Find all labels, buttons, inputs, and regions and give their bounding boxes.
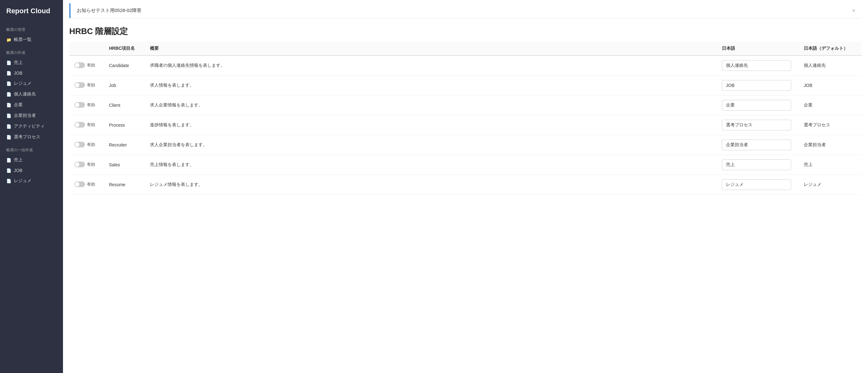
- japanese-default-cell: レジュメ: [799, 175, 862, 195]
- japanese-input[interactable]: [722, 139, 791, 150]
- notification-banner: お知らせテスト用0528-02障害 ×: [69, 3, 862, 18]
- japanese-input-cell: [717, 115, 799, 135]
- description-cell: 進捗情報を表します。: [145, 115, 717, 135]
- sidebar-item-create-sales[interactable]: 📄売上: [0, 57, 63, 68]
- sidebar-item-create-process[interactable]: 📄選考プロセス: [0, 132, 63, 143]
- toggle-track: [74, 82, 85, 88]
- hrbc-name-cell: Candidate: [104, 56, 145, 75]
- toggle-switch[interactable]: 有効: [74, 182, 95, 187]
- japanese-input-cell: [717, 56, 799, 75]
- col-header-ja: 日本語: [717, 42, 799, 56]
- japanese-input-cell: [717, 175, 799, 195]
- toggle-cell: 有効: [69, 56, 104, 75]
- sidebar-item-label: レジュメ: [14, 81, 31, 86]
- toggle-switch[interactable]: 有効: [74, 102, 95, 108]
- japanese-input-cell: [717, 95, 799, 115]
- logo-cloud: Cloud: [29, 7, 50, 15]
- col-header-desc: 概要: [145, 42, 717, 56]
- hrbc-name-cell: Job: [104, 75, 145, 95]
- sidebar-item-label: レジュメ: [14, 178, 31, 184]
- japanese-default-cell: 売上: [799, 155, 862, 175]
- japanese-default-cell: 選考プロセス: [799, 115, 862, 135]
- description-cell: レジュメ情報を表します。: [145, 175, 717, 195]
- toggle-track: [74, 142, 85, 148]
- toggle-thumb: [75, 182, 80, 187]
- sidebar-section-label: 帳票の管理: [0, 22, 63, 34]
- japanese-default-cell: 企業: [799, 95, 862, 115]
- toggle-label: 有効: [87, 62, 95, 68]
- sidebar-item-create-resume[interactable]: 📄レジュメ: [0, 78, 63, 89]
- toggle-switch[interactable]: 有効: [74, 162, 95, 167]
- table-body: 有効Candidate求職者の個人連絡先情報を表します。個人連絡先有効Job求人…: [69, 56, 862, 195]
- sidebar-item-label: 企業: [14, 102, 23, 108]
- main-content: お知らせテスト用0528-02障害 × HRBC 階層設定 HRBC項目名 概要…: [63, 0, 868, 373]
- toggle-track: [74, 102, 85, 108]
- japanese-input-cell: [717, 75, 799, 95]
- description-cell: 求職者の個人連絡先情報を表します。: [145, 56, 717, 75]
- file-icon: 📄: [6, 179, 11, 183]
- table-header: HRBC項目名 概要 日本語 日本語（デフォルト）: [69, 42, 862, 56]
- toggle-switch[interactable]: 有効: [74, 142, 95, 148]
- description-cell: 求人情報を表します。: [145, 75, 717, 95]
- toggle-track: [74, 62, 85, 68]
- file-icon: 📄: [6, 168, 11, 173]
- hrbc-name-cell: Recruiter: [104, 135, 145, 155]
- sidebar-section-label: 帳票の作成: [0, 45, 63, 57]
- hrbc-name-cell: Client: [104, 95, 145, 115]
- sidebar-item-label: 選考プロセス: [14, 134, 40, 140]
- file-icon: 📄: [6, 103, 11, 107]
- japanese-input[interactable]: [722, 159, 791, 170]
- file-icon: 📄: [6, 92, 11, 97]
- hrbc-name-cell: Resume: [104, 175, 145, 195]
- sidebar-item-batch-job[interactable]: 📄JOB: [0, 165, 63, 176]
- japanese-input-cell: [717, 135, 799, 155]
- japanese-default-cell: 企業担当者: [799, 135, 862, 155]
- sidebar-item-reports-list[interactable]: 📁帳票一覧: [0, 34, 63, 45]
- toggle-track: [74, 182, 85, 187]
- japanese-input[interactable]: [722, 80, 791, 91]
- file-icon: 📄: [6, 135, 11, 139]
- sidebar-item-create-company-rep[interactable]: 📄企業担当者: [0, 110, 63, 121]
- sidebar-item-label: JOB: [14, 70, 22, 75]
- japanese-input[interactable]: [722, 60, 791, 71]
- table-row: 有効Resumeレジュメ情報を表します。レジュメ: [69, 175, 862, 195]
- app-logo: Report Cloud: [0, 0, 63, 22]
- toggle-label: 有効: [87, 82, 95, 88]
- sidebar-item-label: 売上: [14, 157, 23, 163]
- sidebar: Report Cloud 帳票の管理📁帳票一覧帳票の作成📄売上📄JOB📄レジュメ…: [0, 0, 63, 373]
- toggle-switch[interactable]: 有効: [74, 82, 95, 88]
- sidebar-item-label: 売上: [14, 60, 23, 65]
- toggle-label: 有効: [87, 122, 95, 128]
- sidebar-item-create-activity[interactable]: 📄アクティビティ: [0, 121, 63, 132]
- sidebar-item-batch-resume[interactable]: 📄レジュメ: [0, 176, 63, 186]
- toggle-switch[interactable]: 有効: [74, 122, 95, 128]
- description-cell: 売上情報を表します。: [145, 155, 717, 175]
- toggle-thumb: [75, 143, 80, 147]
- japanese-input-cell: [717, 155, 799, 175]
- logo-report: Report: [6, 7, 29, 15]
- notification-close-button[interactable]: ×: [852, 8, 856, 13]
- japanese-input[interactable]: [722, 120, 791, 130]
- sidebar-item-create-company[interactable]: 📄企業: [0, 99, 63, 110]
- sidebar-item-batch-sales[interactable]: 📄売上: [0, 155, 63, 165]
- japanese-default-cell: JOB: [799, 75, 862, 95]
- sidebar-item-label: アクティビティ: [14, 124, 45, 129]
- sidebar-item-create-contact[interactable]: 📄個人連絡先: [0, 89, 63, 99]
- file-icon: 📄: [6, 124, 11, 129]
- sidebar-item-label: JOB: [14, 168, 22, 173]
- col-header-hrbc: HRBC項目名: [104, 42, 145, 56]
- sidebar-item-create-job[interactable]: 📄JOB: [0, 68, 63, 78]
- toggle-label: 有効: [87, 162, 95, 167]
- toggle-switch[interactable]: 有効: [74, 62, 95, 68]
- table-row: 有効Candidate求職者の個人連絡先情報を表します。個人連絡先: [69, 56, 862, 75]
- sidebar-section-label: 帳票の一括作成: [0, 143, 63, 155]
- description-cell: 求人企業担当者を表します。: [145, 135, 717, 155]
- japanese-input[interactable]: [722, 100, 791, 111]
- toggle-track: [74, 162, 85, 167]
- table-row: 有効Client求人企業情報を表します。企業: [69, 95, 862, 115]
- japanese-input[interactable]: [722, 179, 791, 190]
- toggle-thumb: [75, 162, 80, 167]
- toggle-thumb: [75, 63, 80, 67]
- toggle-thumb: [75, 103, 80, 107]
- table-row: 有効Process進捗情報を表します。選考プロセス: [69, 115, 862, 135]
